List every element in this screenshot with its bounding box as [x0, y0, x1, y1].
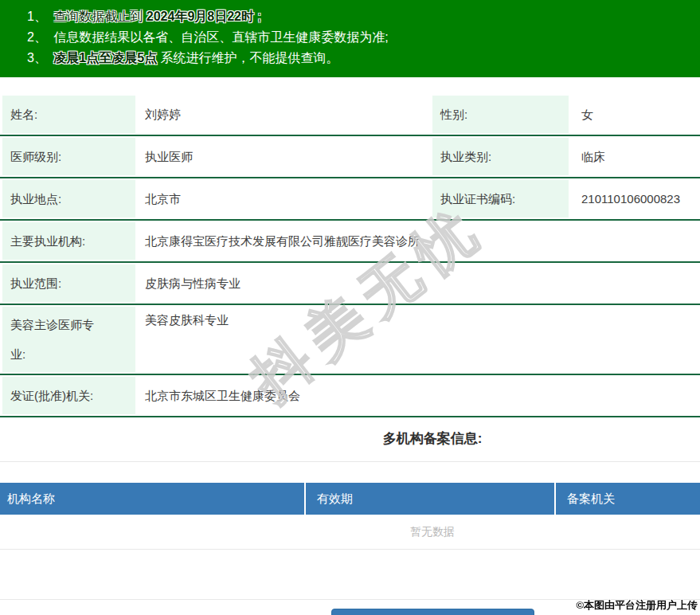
practice-scope-label: 执业范围: [2, 264, 135, 302]
notice-text: 信息数据结果以各省、自治区、直辖市卫生健康委数据为准; [53, 30, 388, 44]
notice-maintenance-hours: 凌晨1点至凌晨5点 [53, 51, 157, 65]
main-institution-value: 北京康得宝医疗技术发展有限公司雅靓医疗美容诊所 [135, 221, 700, 261]
practice-category-value: 临床 [569, 136, 700, 177]
table-row-cosmetic-specialty: 美容主诊医师专业: 美容皮肤科专业 [0, 305, 700, 375]
cosmetic-specialty-label: 美容主诊医师专业: [2, 307, 135, 372]
table-row-practice-scope: 执业范围: 皮肤病与性病专业 [0, 263, 700, 305]
issuing-authority-label: 发证(批准)机关: [2, 377, 135, 414]
table-row-name-gender: 姓名: 刘婷婷 性别: 女 [0, 94, 700, 136]
column-header-validity-period: 有效期 [306, 483, 556, 515]
close-window-button[interactable]: 〖关闭窗口〗 [331, 609, 534, 615]
certificate-number-label: 执业证书编码: [432, 180, 569, 217]
table-row-main-institution: 主要执业机构: 北京康得宝医疗技术发展有限公司雅靓医疗美容诊所 [0, 221, 700, 263]
column-header-institution-name: 机构名称 [0, 483, 306, 515]
table-row-level-category: 医师级别: 执业医师 执业类别: 临床 [0, 136, 700, 178]
doctor-level-label: 医师级别: [2, 138, 135, 175]
table-row-location-certificate: 执业地点: 北京市 执业证书编码: 210110106000823 [0, 178, 700, 221]
notice-deadline: 2024年9月8日22时 [147, 10, 254, 23]
table-row-issuing-authority: 发证(批准)机关: 北京市东城区卫生健康委员会 [0, 375, 700, 417]
practice-scope-value: 皮肤病与性病专业 [135, 263, 700, 304]
notice-text: 系统进行维护，不能提供查询。 [161, 51, 339, 65]
practice-location-value: 北京市 [135, 178, 430, 219]
divider [0, 461, 700, 462]
gender-label: 性别: [432, 96, 569, 133]
gender-value: 女 [569, 94, 700, 135]
notice-line-2: 2、 信息数据结果以各省、自治区、直辖市卫生健康委数据为准; [27, 27, 700, 48]
name-value: 刘婷婷 [135, 94, 430, 135]
multi-institution-section-title: 多机构备案信息: [0, 429, 700, 448]
notice-line-number: 1、 [27, 10, 47, 23]
notice-line-3: 3、 凌晨1点至凌晨5点 系统进行维护，不能提供查询。 [27, 48, 700, 69]
cosmetic-specialty-value: 美容皮肤科专业 [135, 305, 700, 374]
notice-punctuation: ; [257, 10, 260, 23]
practice-category-label: 执业类别: [432, 138, 569, 175]
no-data-placeholder: 暂无数据 [0, 515, 700, 549]
query-result-page: 1、 查询数据截止到 2024年9月8日22时 ; 2、 信息数据结果以各省、自… [0, 0, 700, 615]
divider [0, 549, 700, 550]
doctor-level-value: 执业医师 [135, 136, 430, 177]
notice-banner: 1、 查询数据截止到 2024年9月8日22时 ; 2、 信息数据结果以各省、自… [0, 0, 700, 77]
name-label: 姓名: [2, 96, 135, 133]
column-header-filing-authority: 备案机关 [556, 483, 700, 515]
issuing-authority-value: 北京市东城区卫生健康委员会 [135, 375, 700, 416]
notice-text: 查询数据截止到 [53, 10, 143, 23]
main-institution-label: 主要执业机构: [2, 222, 135, 260]
uploader-stamp: ©本图由平台注册用户上传 [576, 598, 698, 613]
notice-line-1: 1、 查询数据截止到 2024年9月8日22时 ; [27, 6, 700, 27]
practice-location-label: 执业地点: [2, 180, 135, 217]
notice-line-number: 3、 [27, 51, 47, 65]
doctor-info-table: 姓名: 刘婷婷 性别: 女 医师级别: 执业医师 执业类别: 临床 执业地点: … [0, 94, 700, 417]
certificate-number-value: 210110106000823 [569, 178, 700, 219]
filing-table-header: 机构名称 有效期 备案机关 [0, 483, 700, 515]
notice-line-number: 2、 [27, 30, 47, 44]
